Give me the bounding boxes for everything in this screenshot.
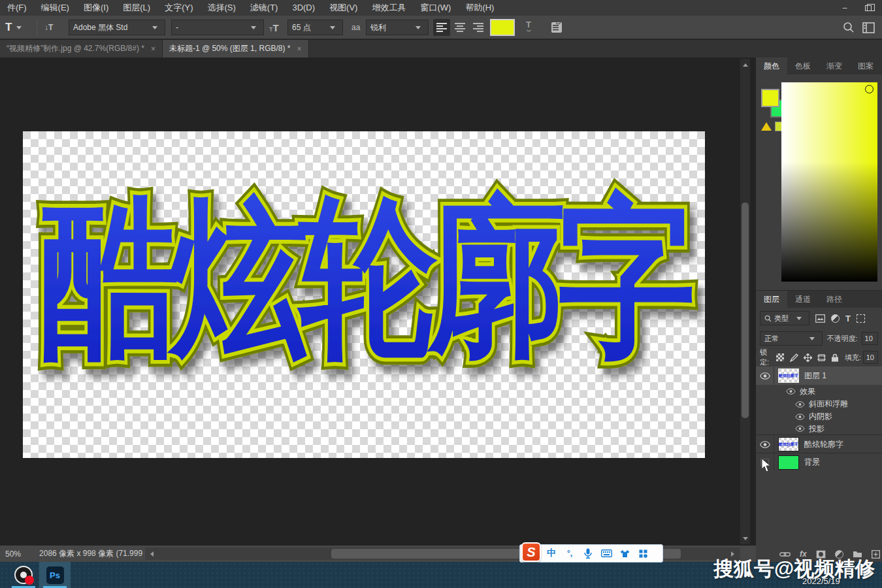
color-panel-tabs: 颜色 色板 渐变 图案 — [756, 57, 882, 74]
eye-icon[interactable] — [786, 388, 796, 395]
tab-swatches[interactable]: 色板 — [787, 57, 819, 74]
ime-punctuation-toggle[interactable]: °, — [562, 549, 578, 558]
tab-layers[interactable]: 图层 — [756, 291, 787, 308]
menu-select[interactable]: 选择(S) — [200, 0, 242, 16]
menu-3d[interactable]: 3D(D) — [285, 0, 322, 16]
lock-pixels-icon[interactable] — [789, 351, 799, 363]
menu-file[interactable]: 件(F) — [0, 0, 34, 16]
layer-name[interactable]: 图层 1 — [804, 370, 826, 382]
layer-row-text[interactable]: 酷炫轮廓字 酷炫轮廓字 — [756, 436, 882, 453]
tab-channels[interactable]: 通道 — [787, 291, 819, 308]
menu-filter[interactable]: 滤镜(T) — [243, 0, 286, 16]
opacity-value[interactable]: 10 — [862, 332, 878, 345]
layer-thumbnail[interactable] — [778, 455, 799, 470]
align-left-button[interactable] — [433, 19, 450, 36]
menu-window[interactable]: 窗口(W) — [413, 0, 458, 16]
lock-position-icon[interactable] — [803, 351, 813, 363]
vertical-scroll-thumb[interactable] — [742, 203, 749, 418]
restore-icon — [865, 5, 872, 11]
filter-pixel-icon[interactable] — [815, 314, 825, 323]
ime-language-toggle[interactable]: 中 — [544, 547, 559, 559]
restore-button[interactable] — [858, 1, 878, 14]
workspace-switcher-button[interactable] — [862, 16, 875, 39]
taskbar-obs-button[interactable] — [8, 562, 39, 588]
layer-name[interactable]: 酷炫轮廓字 — [804, 439, 843, 450]
font-family-select[interactable]: Adobe 黑体 Std — [69, 16, 165, 39]
document-tab-2[interactable]: 未标题-1 @ 50% (图层 1, RGB/8) * × — [163, 40, 309, 57]
canvas-vertical-scrollbar[interactable] — [740, 59, 750, 544]
layer-row-layer1[interactable]: 酷炫轮廓字 图层 1 — [756, 367, 882, 385]
align-right-button[interactable] — [470, 19, 487, 36]
document-tab-1[interactable]: “视频精修”制作.jpg @ 42.7%(RGB/8#) * × — [0, 40, 163, 57]
search-button[interactable] — [843, 16, 855, 39]
visibility-toggle[interactable] — [756, 436, 774, 453]
layer-filter-select[interactable]: 类型 — [760, 311, 809, 325]
menu-type[interactable]: 文字(Y) — [157, 0, 200, 16]
color-picker-marker[interactable] — [865, 85, 874, 93]
minimize-button[interactable]: – — [835, 1, 855, 14]
close-icon[interactable]: × — [151, 44, 155, 54]
toggle-panels-button[interactable] — [551, 16, 563, 39]
sogou-logo-icon[interactable]: S — [521, 542, 541, 562]
layer-name[interactable]: 背景 — [804, 457, 820, 468]
text-color-swatch[interactable] — [490, 16, 515, 39]
tab-patterns[interactable]: 图案 — [850, 57, 881, 74]
eye-icon[interactable] — [795, 401, 805, 408]
skin-icon[interactable] — [617, 549, 632, 558]
document-canvas[interactable]: 酷炫轮廓字 酷炫轮廓字 — [23, 131, 705, 458]
chevron-down-icon — [416, 26, 421, 29]
menu-edit[interactable]: 编辑(E) — [34, 0, 76, 16]
align-center-button[interactable] — [451, 19, 468, 36]
close-icon[interactable]: × — [297, 44, 301, 54]
warp-text-button[interactable]: T⌣ — [526, 16, 532, 39]
lock-artboard-icon[interactable] — [817, 351, 826, 363]
effect-row-bevel[interactable]: 斜面和浮雕 — [756, 398, 882, 410]
menu-image[interactable]: 图像(I) — [76, 0, 116, 16]
gamut-warning-icon[interactable] — [761, 122, 772, 131]
layer-row-background[interactable]: 背景 — [756, 453, 882, 471]
effect-row-inner-shadow[interactable]: 内阴影 — [756, 410, 882, 423]
text-orientation-button[interactable]: ↓T — [44, 16, 53, 39]
effect-label: 斜面和浮雕 — [809, 399, 848, 410]
color-picker-field[interactable] — [781, 82, 877, 282]
layer-thumbnail[interactable]: 酷炫轮廓字 — [778, 437, 799, 451]
tab-color[interactable]: 颜色 — [756, 57, 787, 74]
type-tool-preset[interactable]: T — [5, 16, 22, 39]
effect-row-drop-shadow[interactable]: 投影 — [756, 423, 882, 435]
scroll-up-icon[interactable] — [740, 60, 750, 69]
tab-gradients[interactable]: 渐变 — [819, 57, 850, 74]
menu-help[interactable]: 帮助(H) — [458, 0, 501, 16]
soft-keyboard-icon[interactable] — [598, 549, 614, 557]
taskbar-photoshop-button[interactable]: Ps — [39, 562, 71, 588]
blend-mode-select[interactable]: 正常 — [760, 331, 823, 346]
effects-header-row[interactable]: 效果 — [756, 385, 882, 398]
tab-paths[interactable]: 路径 — [819, 291, 850, 308]
watermark-date: 2022/5/19 — [802, 576, 840, 586]
search-icon — [764, 315, 772, 322]
filter-type-icon[interactable]: T — [845, 314, 851, 323]
menu-layer[interactable]: 图层(L) — [116, 0, 157, 16]
menu-plugins[interactable]: 增效工具 — [365, 0, 413, 16]
scroll-left-icon[interactable] — [148, 549, 155, 559]
eye-icon[interactable] — [795, 414, 805, 420]
filter-shape-icon[interactable] — [857, 314, 865, 323]
fill-value[interactable]: 10 — [863, 351, 878, 364]
menu-view[interactable]: 视图(V) — [322, 0, 365, 16]
layer-thumbnail[interactable]: 酷炫轮廓字 — [778, 368, 799, 383]
filter-value: 类型 — [774, 314, 789, 323]
toolbox-grid-icon[interactable] — [635, 549, 651, 558]
eye-icon[interactable] — [795, 425, 805, 432]
foreground-color-swatch[interactable] — [761, 89, 779, 107]
font-style-select[interactable]: - — [171, 16, 264, 39]
visibility-toggle[interactable] — [756, 367, 774, 385]
font-style-value: - — [176, 23, 178, 32]
filter-adjustment-icon[interactable] — [831, 314, 840, 323]
microphone-icon[interactable] — [580, 548, 596, 559]
warp-text-icon: T⌣ — [526, 20, 532, 35]
lock-all-icon[interactable] — [830, 351, 840, 363]
zoom-level[interactable]: 50% — [5, 549, 21, 559]
scroll-down-icon[interactable] — [740, 534, 750, 543]
lock-transparency-icon[interactable] — [776, 351, 785, 363]
antialias-select[interactable]: 锐利 — [366, 16, 429, 39]
font-size-select[interactable]: 65 点 — [287, 16, 343, 39]
